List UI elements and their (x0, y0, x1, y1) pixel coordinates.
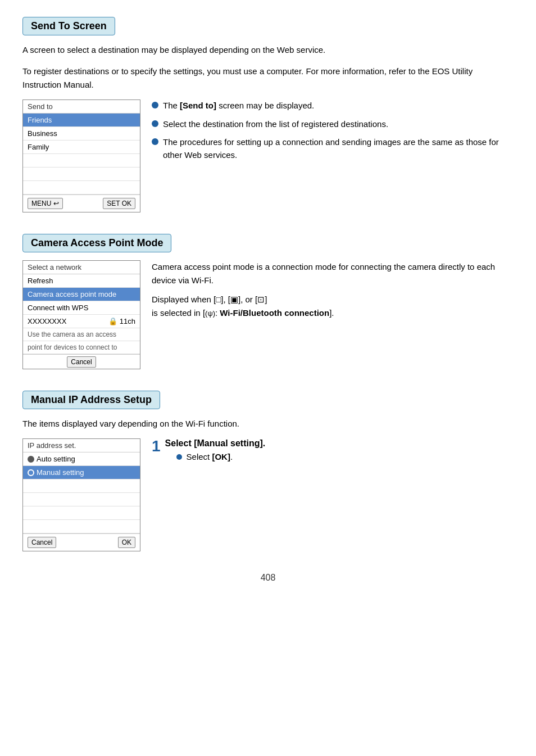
step-title: Select [Manual setting]. (165, 438, 514, 449)
bullet-select-dest: Select the destination from the list of … (152, 118, 514, 131)
mock-send-to-header: Send to (23, 100, 140, 114)
mock-row-xxxxxxxx[interactable]: XXXXXXXX 🔒 11ch (23, 315, 140, 328)
mock-ip-header: IP address set. (23, 439, 140, 452)
bullet-send-to: The [Send to] screen may be displayed. (152, 99, 514, 112)
mock-row-camera-access[interactable]: Camera access point mode (23, 288, 140, 301)
mock-empty-row4 (23, 520, 140, 533)
step-content: Select [Manual setting]. Select [OK]. (165, 438, 514, 461)
page-number: 408 (22, 573, 514, 583)
mock-row-friends[interactable]: Friends (23, 114, 140, 127)
menu-button[interactable]: MENU ↩ (28, 198, 63, 209)
wifi-icon: (ψ) (205, 309, 215, 318)
bullet-dot-2 (152, 120, 158, 127)
network-ssid: XXXXXXXX (28, 317, 66, 325)
send-to-screen-intro2: To register destinations or to specify t… (22, 65, 514, 92)
mock-auto-setting[interactable]: Auto setting (23, 452, 140, 466)
cancel-button[interactable]: Cancel (67, 356, 96, 368)
mock-manual-setting[interactable]: Manual setting (23, 466, 140, 479)
bullet-procedures: The procedures for setting up a connecti… (152, 136, 514, 161)
manual-ip-step: 1 Select [Manual setting]. Select [OK]. (152, 438, 514, 466)
bullet-text-3: The procedures for setting up a connecti… (163, 136, 514, 161)
mock-row-empty1 (23, 154, 140, 168)
bullet-dot-3 (152, 138, 158, 145)
bullet-dot-1 (152, 102, 158, 108)
network-lock: 🔒 11ch (108, 317, 135, 325)
step-header: 1 Select [Manual setting]. Select [OK]. (152, 438, 514, 461)
send-to-screen-title: Send To Screen (22, 17, 115, 35)
mock-row-empty3 (23, 181, 140, 194)
mock-empty-row1 (23, 479, 140, 493)
step-number: 1 (152, 438, 161, 454)
auto-setting-radio[interactable] (28, 456, 34, 463)
mock-row-connect-wps[interactable]: Connect with WPS (23, 301, 140, 315)
bold-send-to: [Send to] (180, 101, 216, 110)
mock-select-network-header: Select a network (23, 261, 140, 274)
send-to-screen-intro1: A screen to select a destination may be … (22, 43, 514, 57)
mock-row-family[interactable]: Family (23, 141, 140, 154)
auto-setting-label: Auto setting (37, 455, 75, 463)
camera-access-point-desc: Camera access point mode is a connection… (152, 260, 514, 320)
camera-access-point-section: Camera Access Point Mode Select a networ… (22, 234, 514, 369)
mock-row-business[interactable]: Business (23, 127, 140, 141)
ip-ok-button[interactable]: OK (118, 537, 135, 548)
mock-access-point-desc1: Use the camera as an access (23, 328, 140, 341)
ip-cancel-button[interactable]: Cancel (28, 537, 56, 548)
step-bullet-dot (176, 454, 182, 460)
manual-ip-intro: The items displayed vary depending on th… (22, 417, 514, 431)
mock-access-point-desc2: point for devices to connect to (23, 341, 140, 354)
mock-footer: MENU ↩ SET OK (23, 194, 140, 212)
send-to-screen-section: Send To Screen A screen to select a dest… (22, 17, 514, 212)
mock-empty-row2 (23, 493, 140, 506)
set-ok-button[interactable]: SET OK (103, 198, 135, 209)
step-bullet: Select [OK]. (176, 452, 514, 461)
manual-ip-title: Manual IP Address Setup (22, 391, 160, 409)
mock-cancel-footer: Cancel (23, 354, 140, 369)
mock-ip-footer: Cancel OK (23, 533, 140, 551)
camera-access-point-body: Select a network Refresh Camera access p… (22, 260, 514, 369)
mock-row-refresh[interactable]: Refresh (23, 274, 140, 288)
manual-ip-mock: IP address set. Auto setting Manual sett… (22, 438, 140, 551)
send-to-screen-body: Send to Friends Business Family MENU ↩ S… (22, 99, 514, 212)
send-to-screen-mock: Send to Friends Business Family MENU ↩ S… (22, 99, 140, 212)
mock-empty-row3 (23, 506, 140, 520)
wifi-bluetooth-bold: Wi-Fi/Bluetooth connection (220, 308, 329, 318)
access-point-text1: Camera access point mode is a connection… (152, 260, 514, 287)
camera-access-point-mock: Select a network Refresh Camera access p… (22, 260, 140, 369)
send-to-screen-bullets: The [Send to] screen may be displayed. S… (152, 99, 514, 167)
ok-bold: [OK] (212, 452, 230, 461)
mock-row-empty2 (23, 168, 140, 181)
bullet-text-1: The [Send to] screen may be displayed. (163, 99, 314, 112)
camera-access-point-title: Camera Access Point Mode (22, 234, 171, 252)
access-point-text2: Displayed when [□], [▣], or [⊡] is selec… (152, 293, 514, 320)
bullet-text-2: Select the destination from the list of … (163, 118, 388, 131)
manual-setting-label: Manual setting (37, 468, 84, 477)
manual-ip-section: Manual IP Address Setup The items displa… (22, 391, 514, 551)
manual-ip-body: IP address set. Auto setting Manual sett… (22, 438, 514, 551)
step-bullet-text: Select [OK]. (187, 452, 233, 461)
manual-setting-radio[interactable] (28, 469, 34, 476)
